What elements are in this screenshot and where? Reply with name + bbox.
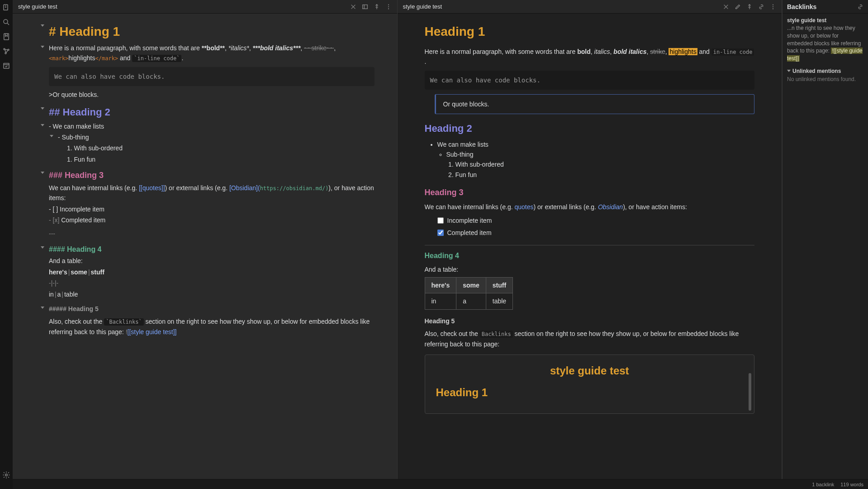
status-bar: 1 backlink 119 words [13, 479, 868, 489]
settings-icon[interactable] [2, 471, 10, 479]
calendar-icon[interactable] [2, 62, 10, 70]
table: here'ssomestuff inatable [425, 277, 513, 310]
embed-title: style guide test [436, 362, 744, 379]
heading-2: Heading 2 [425, 120, 755, 136]
code-block-src: We can also have code blocks. [49, 67, 375, 86]
chevron-down-icon [787, 70, 791, 72]
backlink-count[interactable]: 1 backlink [812, 482, 834, 487]
svg-point-10 [388, 6, 389, 7]
preview-content: Heading 1 Here is a normal paragraph, wi… [398, 14, 782, 479]
embedded-note[interactable]: style guide test Heading 1 [425, 355, 755, 414]
svg-point-11 [388, 8, 389, 9]
quote-src: >Or quote blocks. [49, 90, 375, 100]
internal-link[interactable]: quotes [514, 203, 533, 211]
unlinked-mentions-toggle[interactable]: Unlinked mentions [787, 68, 863, 74]
heading-5-src: ##### Heading 5 [49, 305, 99, 312]
tab-title[interactable]: style guide test [18, 3, 350, 10]
backlink-note-title[interactable]: style guide test [787, 17, 863, 24]
edit-icon[interactable] [735, 4, 741, 10]
svg-point-7 [5, 474, 8, 476]
task-item: Incomplete item [437, 215, 755, 226]
bookmarks-icon[interactable] [2, 33, 10, 41]
backlinks-sidebar: Backlinks style guide test ...n the righ… [782, 0, 868, 479]
task-checkbox[interactable] [437, 217, 444, 224]
link-icon[interactable] [857, 4, 863, 10]
heading-4-src: #### Heading 4 [49, 245, 102, 253]
no-mentions-text: No unlinked mentions found. [787, 76, 863, 82]
external-link[interactable]: Obsidian [598, 203, 623, 211]
more-icon[interactable] [385, 4, 392, 10]
tab-title[interactable]: style guide test [403, 3, 723, 10]
svg-point-14 [773, 8, 773, 9]
task-item: Completed item [437, 227, 755, 239]
svg-point-12 [773, 4, 773, 5]
fold-toggle[interactable] [41, 246, 44, 249]
highlight: highlights [669, 48, 697, 55]
fold-toggle[interactable] [41, 107, 44, 110]
scrollbar[interactable] [749, 373, 751, 411]
svg-rect-6 [4, 63, 9, 68]
svg-rect-2 [4, 34, 9, 40]
task-list: Incomplete item Completed item [437, 215, 755, 239]
preview-pane: style guide test Heading 1 Here is a nor… [398, 0, 783, 479]
blockquote: Or quote blocks. [435, 94, 755, 114]
link-icon[interactable] [758, 4, 764, 10]
fold-toggle[interactable] [50, 135, 53, 137]
heading-1-src: # Heading 1 [49, 24, 120, 38]
heading-5: Heading 5 [425, 316, 755, 326]
tab-header-right: style guide test [398, 0, 782, 14]
paragraph: Here is a normal paragraph, with some wo… [425, 47, 755, 67]
svg-point-9 [388, 4, 389, 5]
heading-4: Heading 4 [425, 245, 755, 262]
heading-3-src: ### Heading 3 [49, 171, 104, 180]
heading-1: Heading 1 [425, 22, 755, 42]
fold-toggle[interactable] [41, 307, 44, 309]
backlink-excerpt[interactable]: ...n the right to see how they show up, … [787, 24, 863, 62]
tab-header-left: style guide test [13, 0, 397, 14]
code-block: We can also have code blocks. [425, 71, 755, 90]
task-checkbox[interactable] [437, 230, 444, 236]
pin-icon[interactable] [374, 4, 380, 10]
pin-icon[interactable] [746, 4, 753, 10]
source-pane: style guide test # Heading 1 Here is a n… [13, 0, 398, 479]
graph-icon[interactable] [2, 47, 10, 55]
sidebar-title: Backlinks [787, 3, 816, 10]
panel-icon[interactable] [362, 4, 368, 10]
source-editor[interactable]: # Heading 1 Here is a normal paragraph, … [13, 14, 397, 479]
svg-point-1 [4, 19, 8, 24]
svg-point-13 [773, 6, 773, 7]
files-icon[interactable] [2, 4, 10, 12]
fold-toggle[interactable] [41, 172, 44, 174]
heading-2-src: ## Heading 2 [49, 106, 110, 118]
close-icon[interactable] [350, 4, 356, 10]
left-ribbon [0, 0, 13, 489]
heading-3: Heading 3 [425, 186, 755, 199]
fold-toggle[interactable] [41, 124, 44, 126]
more-icon[interactable] [770, 4, 776, 10]
svg-rect-8 [362, 5, 367, 9]
close-icon[interactable] [723, 4, 729, 10]
search-icon[interactable] [2, 18, 10, 26]
fold-toggle[interactable] [41, 24, 44, 27]
word-count[interactable]: 119 words [840, 482, 863, 487]
fold-toggle[interactable] [41, 46, 44, 48]
unordered-list: We can make lists Sub-thing With sub-ord… [437, 139, 755, 180]
